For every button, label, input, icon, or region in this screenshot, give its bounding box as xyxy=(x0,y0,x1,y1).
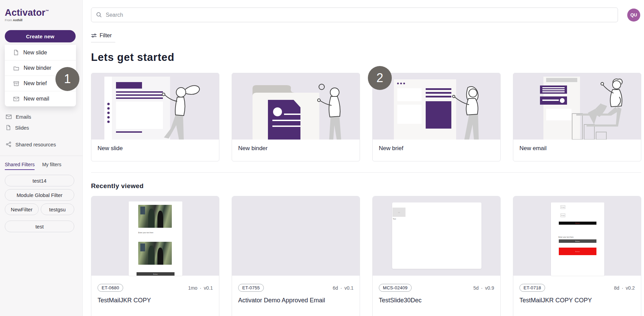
card-meta: 8d·v0.2 xyxy=(614,285,635,291)
filter-pill-newfilter[interactable]: NewFilter xyxy=(5,203,39,215)
recently-viewed-grid: Enter your text here Button ET-0680 1mo·… xyxy=(91,196,641,316)
card-label: New slide xyxy=(91,140,219,157)
main-content: QU Filter Lets get started xyxy=(83,0,644,316)
trademark: ™ xyxy=(46,9,49,13)
app-tagline: From Anthill xyxy=(5,18,78,22)
card-label: New brief xyxy=(373,140,500,157)
folder-icon xyxy=(13,66,19,71)
search-input[interactable] xyxy=(106,12,613,18)
card-label: New binder xyxy=(232,140,360,157)
recent-card-testmailjkr-copy[interactable]: Enter your text here Button ET-0680 1mo·… xyxy=(91,196,219,316)
create-new-button[interactable]: Create new xyxy=(5,30,76,42)
filter-pill-testgsu[interactable]: testgsu xyxy=(41,203,75,215)
sidebar-item-label: Emails xyxy=(16,114,31,120)
menu-item-new-slide[interactable]: New slide xyxy=(5,45,76,60)
sliders-icon xyxy=(91,33,97,38)
card-title: TestMailJKR COPY COPY xyxy=(519,297,635,304)
filter-pill-module-global-filter[interactable]: Module Global Filter xyxy=(5,189,74,201)
card-label: New email xyxy=(513,140,641,157)
app-logo-text: Activator™ xyxy=(5,8,78,18)
file-icon xyxy=(13,50,19,55)
card-info: ET-0680 1mo·v0.1 TestMailJKR COPY Draft … xyxy=(91,276,219,316)
id-badge: MCS-02409 xyxy=(379,284,412,292)
filter-button[interactable]: Filter xyxy=(91,32,115,42)
mail-icon xyxy=(6,115,12,119)
card-new-email[interactable]: New email xyxy=(513,73,641,161)
menu-item-label: New binder xyxy=(24,65,51,71)
sidebar-item-emails[interactable]: Emails xyxy=(0,111,82,122)
new-brief-illustration xyxy=(373,73,500,140)
menu-item-label: New brief xyxy=(24,80,47,87)
card-meta: 6d·v0.1 xyxy=(333,285,353,291)
pill-row: NewFilter testgsu xyxy=(5,203,74,218)
menu-item-new-email[interactable]: New email xyxy=(5,91,76,106)
email-preview-thumbnail: Enter your text here Button xyxy=(91,196,219,276)
card-title: TestMailJKR COPY xyxy=(98,297,213,304)
shared-filter-pills: test14 Module Global Filter NewFilter te… xyxy=(0,170,82,232)
menu-item-label: New slide xyxy=(23,50,47,56)
recently-viewed-title: Recently viewed xyxy=(91,182,641,190)
annotation-circle-2: 2 xyxy=(368,66,392,90)
id-badge: ET-0680 xyxy=(98,284,123,292)
card-meta: 1mo·v0.1 xyxy=(188,285,213,291)
filter-pill-test[interactable]: test xyxy=(5,221,74,232)
search-box xyxy=(91,8,618,22)
new-email-illustration xyxy=(513,73,641,140)
avatar[interactable]: QU xyxy=(627,9,640,22)
sidebar-item-label: Shared resources xyxy=(15,142,56,147)
archive-icon xyxy=(13,81,19,86)
sidebar-item-shared-resources[interactable]: Shared resources xyxy=(0,139,82,150)
card-meta: 5d·v0.9 xyxy=(473,285,494,291)
sidebar-nav: Emails Slides Shared resources xyxy=(0,111,82,150)
filter-pill-test14[interactable]: test14 xyxy=(5,175,74,186)
sidebar-item-slides[interactable]: Slides xyxy=(0,122,82,133)
card-title: Activator Demo Approved Email xyxy=(238,297,353,304)
card-info: ET-0718 8d·v0.2 TestMailJKR COPY COPY Dr… xyxy=(513,276,641,316)
topbar: QU xyxy=(91,8,641,22)
card-title: TestSlide30Dec xyxy=(379,297,494,304)
tab-shared-filters[interactable]: Shared Filters xyxy=(5,162,35,170)
recent-card-activator-demo-approved-email[interactable]: ET-0755 6d·v0.1 Activator Demo Approved … xyxy=(232,196,360,316)
share-icon xyxy=(6,142,11,147)
card-info: ET-0755 6d·v0.1 Activator Demo Approved … xyxy=(232,276,360,316)
search-icon xyxy=(96,12,102,18)
id-badge: ET-0755 xyxy=(238,284,264,292)
get-started-grid: New slide xyxy=(91,73,641,161)
file-icon xyxy=(6,125,11,130)
slide-preview-thumbnail: xx Text xyxy=(373,196,500,276)
card-new-slide[interactable]: New slide xyxy=(91,73,219,161)
empty-thumbnail xyxy=(232,196,360,276)
card-new-brief[interactable]: New brief xyxy=(372,73,501,161)
new-slide-illustration xyxy=(91,73,219,140)
filter-tabs: Shared Filters My filters xyxy=(0,156,82,170)
page-title: Lets get started xyxy=(91,51,641,64)
card-info: MCS-02409 5d·v0.9 TestSlide30Dec Draft ·… xyxy=(373,276,500,316)
mail-icon xyxy=(13,97,19,101)
recent-card-testmailjkr-copy-copy[interactable]: Image Image Button Enter your text here … xyxy=(513,196,641,316)
new-binder-illustration xyxy=(232,73,360,140)
recent-card-testslide30dec[interactable]: xx Text MCS-02409 5d·v0.9 TestSlide30Dec… xyxy=(372,196,501,316)
annotation-circle-1: 1 xyxy=(55,67,79,91)
filter-button-label: Filter xyxy=(100,32,112,39)
app-logo: Activator™ From Anthill xyxy=(0,8,82,22)
email-preview-thumbnail: Image Image Button Enter your text here … xyxy=(513,196,641,276)
sidebar: Activator™ From Anthill Create new New s… xyxy=(0,0,83,316)
tab-my-filters[interactable]: My filters xyxy=(42,162,61,170)
card-new-binder[interactable]: New binder xyxy=(232,73,360,161)
section-divider xyxy=(91,172,641,173)
id-badge: ET-0718 xyxy=(519,284,545,292)
menu-item-label: New email xyxy=(24,96,49,102)
sidebar-item-label: Slides xyxy=(15,125,29,131)
